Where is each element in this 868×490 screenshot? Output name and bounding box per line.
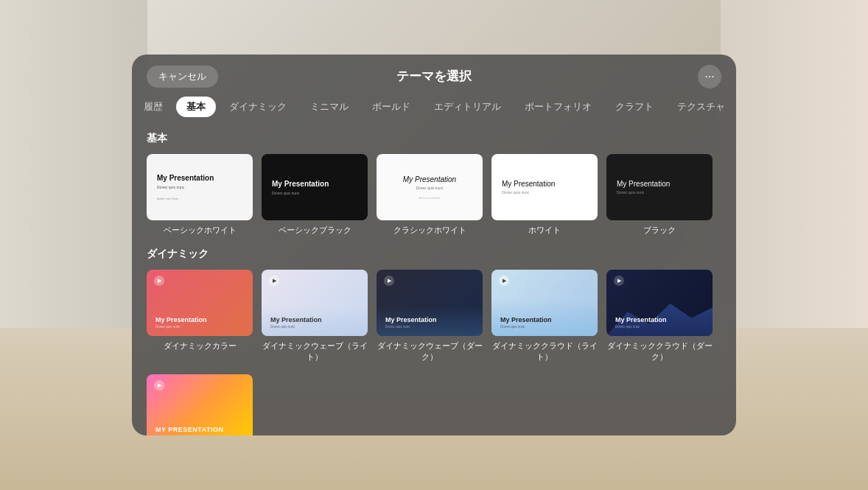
theme-name-dynamic-cloud-light: ダイナミッククラウド（ライト） (491, 340, 598, 363)
theme-classic-white[interactable]: My Presentation Donec quis nunc Author a… (377, 154, 483, 236)
play-icon: ▶ (154, 276, 164, 286)
theme-dynamic-wave-light[interactable]: ▶ My Presentation Donec quis nunc ダイナミック… (262, 270, 368, 363)
thumb-detail: Author and Date (419, 196, 440, 200)
dynamic-themes-grid-2: ▶ MY PRESENTATION ダイナミックグラデーション (147, 374, 721, 435)
theme-thumb-basic-black: My Presentation Donec quis nunc (262, 154, 368, 220)
theme-dynamic-wave-dark[interactable]: ▶ My Presentation Donec quis nunc ダイナミック… (377, 270, 483, 363)
tab-editorial[interactable]: エディトリアル (424, 97, 511, 117)
thumb-subtitle: Donec quis nunc (615, 325, 704, 329)
theme-thumb-dynamic-color: ▶ My Presentation Donec quis nunc (147, 270, 253, 336)
modal-title: テーマを選択 (147, 68, 721, 85)
theme-basic-white[interactable]: My Presentation Donec quis nunc Author a… (147, 154, 253, 236)
thumb-subtitle: Donec quis nunc (155, 325, 244, 329)
tab-history[interactable]: 履歴 (133, 97, 173, 117)
thumb-subtitle: Donec quis nunc (385, 325, 474, 329)
tab-minimal[interactable]: ミニマル (300, 97, 359, 117)
modal-overlay: キャンセル テーマを選択 ··· 履歴 基本 ダイナミック ミニマル ボールド … (0, 0, 868, 490)
play-icon: ▶ (269, 276, 279, 286)
theme-name-basic-black: ベーシックブラック (279, 225, 351, 236)
section-label-dynamic: ダイナミック (147, 248, 721, 261)
thumb-subtitle: Donec quis nunc (416, 186, 443, 190)
theme-name-white: ホワイト (528, 225, 561, 236)
tab-texture[interactable]: テクスチャ (667, 97, 735, 117)
tab-bold[interactable]: ボールド (362, 97, 421, 117)
thumb-title: My Presentation (155, 316, 244, 323)
thumb-title: My Presentation (270, 316, 359, 323)
more-options-button[interactable]: ··· (698, 65, 721, 88)
theme-name-classic-white: クラシックホワイト (393, 225, 466, 236)
thumb-title: My Presentation (385, 316, 474, 323)
theme-dynamic-cloud-dark[interactable]: ▶ My Presentation Donec quis nunc ダイナミック… (606, 270, 713, 363)
thumb-title: My Presentation (500, 316, 589, 323)
thumb-title: My Presentation (502, 180, 587, 188)
tab-portfolio[interactable]: ポートフォリオ (514, 97, 602, 117)
theme-gradient-neon[interactable]: ▶ MY PRESENTATION ダイナミックグラデーション (147, 374, 253, 435)
theme-name-basic-white: ベーシックホワイト (164, 225, 237, 236)
theme-picker-modal: キャンセル テーマを選択 ··· 履歴 基本 ダイナミック ミニマル ボールド … (132, 55, 736, 435)
thumb-subtitle: Donec quis nunc (270, 325, 359, 329)
thumb-title: MY PRESENTATION (155, 426, 244, 433)
theme-basic-black[interactable]: My Presentation Donec quis nunc ベーシックブラッ… (262, 154, 368, 236)
thumb-title: My Presentation (157, 174, 242, 183)
modal-header: キャンセル テーマを選択 ··· (132, 55, 736, 94)
thumb-title: My Presentation (615, 316, 704, 323)
tab-basic[interactable]: 基本 (176, 97, 216, 117)
play-icon: ▶ (499, 276, 509, 286)
more-icon: ··· (704, 70, 714, 83)
thumb-detail: Author and Date (157, 197, 242, 200)
theme-thumb-classic-white: My Presentation Donec quis nunc Author a… (377, 154, 483, 220)
theme-dynamic-cloud-light[interactable]: ▶ My Presentation Donec quis nunc ダイナミック… (491, 270, 598, 363)
theme-name-dynamic-wave-light: ダイナミックウェーブ（ライト） (262, 340, 368, 363)
thumb-subtitle: Donec quis nunc (502, 190, 587, 195)
play-icon: ▶ (154, 380, 164, 391)
theme-thumb-dynamic-cloud-dark: ▶ My Presentation Donec quis nunc (606, 270, 713, 336)
thumb-title: My Presentation (272, 180, 357, 189)
theme-thumb-dynamic-wave-light: ▶ My Presentation Donec quis nunc (262, 270, 368, 336)
thumb-title: My Presentation (403, 175, 456, 183)
theme-name-dynamic-color: ダイナミックカラー (164, 340, 237, 351)
theme-dynamic-color[interactable]: ▶ My Presentation Donec quis nunc ダイナミック… (147, 270, 253, 363)
thumb-subtitle: Donec quis nunc (272, 191, 357, 195)
category-tabs: 履歴 基本 ダイナミック ミニマル ボールド エディトリアル ポートフォリオ ク… (132, 94, 736, 126)
theme-thumb-dynamic-cloud-light: ▶ My Presentation Donec quis nunc (491, 270, 598, 336)
theme-name-dynamic-cloud-dark: ダイナミッククラウド（ダーク） (606, 340, 713, 363)
thumb-subtitle: Donec quis nunc (157, 185, 242, 189)
cancel-button[interactable]: キャンセル (147, 66, 218, 88)
dynamic-themes-grid: ▶ My Presentation Donec quis nunc ダイナミック… (147, 270, 721, 363)
theme-thumb-basic-white: My Presentation Donec quis nunc Author a… (147, 154, 253, 220)
theme-thumb-black: My Presentation Donec quis nunc (606, 154, 713, 220)
theme-name-black: ブラック (643, 225, 676, 236)
basic-themes-grid: My Presentation Donec quis nunc Author a… (147, 154, 721, 236)
play-icon: ▶ (384, 276, 394, 286)
tab-dynamic[interactable]: ダイナミック (219, 97, 297, 117)
theme-thumb-dynamic-wave-dark: ▶ My Presentation Donec quis nunc (377, 270, 483, 336)
theme-thumb-gradient-neon: ▶ MY PRESENTATION (147, 374, 253, 435)
theme-name-dynamic-wave-dark: ダイナミックウェーブ（ダーク） (377, 340, 483, 363)
theme-white[interactable]: My Presentation Donec quis nunc ホワイト (491, 154, 598, 236)
theme-black[interactable]: My Presentation Donec quis nunc ブラック (606, 154, 713, 236)
play-icon: ▶ (614, 276, 624, 286)
tab-craft[interactable]: クラフト (605, 97, 664, 117)
thumb-subtitle: Donec quis nunc (500, 325, 589, 329)
themes-body[interactable]: 基本 My Presentation Donec quis nunc Autho… (132, 126, 736, 435)
section-label-basic: 基本 (147, 132, 721, 145)
theme-thumb-white: My Presentation Donec quis nunc (491, 154, 598, 220)
thumb-subtitle: Donec quis nunc (617, 190, 702, 195)
thumb-title: My Presentation (617, 180, 702, 188)
